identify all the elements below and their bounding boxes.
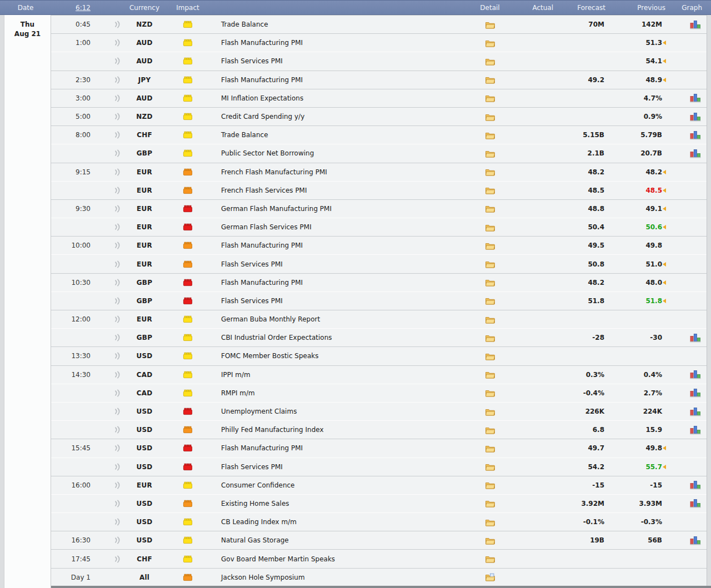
detail-cell[interactable] [478,315,502,324]
event-title[interactable]: Trade Balance [216,131,478,139]
speaker-icon[interactable] [113,260,121,268]
detail-cell[interactable] [478,21,502,29]
detail-folder-icon[interactable] [485,463,495,471]
event-title[interactable]: French Flash Manufacturing PMI [216,168,478,176]
detail-cell[interactable] [478,536,502,545]
detail-folder-icon[interactable] [485,334,495,342]
graph-cell[interactable] [668,407,707,416]
graph-icon[interactable] [690,93,701,103]
detail-cell[interactable] [478,463,502,471]
event-title[interactable]: Trade Balance [216,21,478,28]
speaker-icon[interactable] [113,297,121,305]
event-title[interactable]: Flash Manufacturing PMI [216,39,478,47]
speaker-icon[interactable] [113,168,121,176]
speaker-icon[interactable] [113,555,121,563]
detail-folder-icon[interactable] [485,149,495,158]
detail-folder-icon[interactable] [485,352,495,360]
graph-icon[interactable] [690,149,701,158]
detail-folder-icon[interactable] [485,223,495,232]
detail-cell[interactable] [478,278,502,287]
event-title[interactable]: Jackson Hole Symposium [216,574,478,581]
detail-folder-icon[interactable] [485,296,495,305]
event-title[interactable]: German Buba Monthly Report [216,315,478,323]
event-title[interactable]: CB Leading Index m/m [216,518,478,526]
speaker-icon[interactable] [113,352,121,360]
graph-cell[interactable] [668,93,707,103]
graph-icon[interactable] [690,480,701,490]
detail-cell[interactable] [478,499,502,507]
detail-cell[interactable] [478,481,502,489]
detail-folder-icon[interactable] [485,426,495,434]
speaker-icon[interactable] [113,371,121,379]
speaker-icon[interactable] [113,187,121,194]
speaker-icon[interactable] [113,389,121,397]
graph-icon[interactable] [690,536,701,545]
speaker-icon[interactable] [113,315,121,323]
graph-icon[interactable] [690,370,701,379]
speaker-icon[interactable] [113,426,121,434]
event-title[interactable]: German Flash Services PMI [216,223,478,231]
event-title[interactable]: Flash Manufacturing PMI [216,279,478,287]
event-title[interactable]: CBI Industrial Order Expectations [216,334,478,341]
detail-cell[interactable] [478,370,502,379]
detail-folder-icon[interactable] [485,113,495,121]
event-title[interactable]: IPPI m/m [216,371,478,379]
detail-cell[interactable] [478,426,502,434]
detail-folder-document-icon[interactable] [485,573,495,581]
event-title[interactable]: Flash Services PMI [216,463,478,471]
speaker-icon[interactable] [113,463,121,471]
detail-folder-icon[interactable] [485,499,495,507]
speaker-icon[interactable] [113,21,121,28]
detail-folder-icon[interactable] [485,21,495,29]
detail-cell[interactable] [478,186,502,194]
graph-cell[interactable] [668,425,707,435]
speaker-icon[interactable] [113,536,121,544]
event-title[interactable]: FOMC Member Bostic Speaks [216,352,478,360]
graph-icon[interactable] [690,20,701,29]
event-title[interactable]: Flash Services PMI [216,57,478,65]
detail-folder-icon[interactable] [485,131,495,139]
detail-folder-icon[interactable] [485,39,495,47]
graph-cell[interactable] [668,388,707,398]
detail-cell[interactable] [478,352,502,360]
speaker-icon[interactable] [113,205,121,213]
speaker-icon[interactable] [113,518,121,526]
event-title[interactable]: Consumer Confidence [216,481,478,489]
speaker-icon[interactable] [113,149,121,157]
graph-icon[interactable] [690,388,701,398]
event-title[interactable]: Credit Card Spending y/y [216,113,478,120]
graph-icon[interactable] [690,425,701,435]
event-title[interactable]: Existing Home Sales [216,500,478,507]
event-title[interactable]: Unemployment Claims [216,408,478,415]
detail-cell[interactable] [478,408,502,416]
speaker-icon[interactable] [113,39,121,47]
detail-cell[interactable] [478,168,502,176]
speaker-icon[interactable] [113,500,121,507]
speaker-icon[interactable] [113,242,121,249]
detail-cell[interactable] [478,334,502,342]
detail-folder-icon[interactable] [485,315,495,324]
detail-cell[interactable] [478,76,502,84]
current-time-link[interactable]: 6:12 [51,4,96,12]
detail-cell[interactable] [478,94,502,102]
speaker-icon[interactable] [113,444,121,452]
detail-folder-icon[interactable] [485,518,495,526]
detail-folder-icon[interactable] [485,481,495,489]
detail-cell[interactable] [478,149,502,158]
detail-folder-icon[interactable] [485,370,495,379]
detail-cell[interactable] [478,242,502,250]
detail-cell[interactable] [478,204,502,213]
detail-folder-icon[interactable] [485,57,495,66]
speaker-icon[interactable] [113,113,121,120]
graph-icon[interactable] [690,130,701,140]
detail-cell[interactable] [478,518,502,526]
graph-icon[interactable] [690,333,701,343]
detail-cell[interactable] [478,555,502,563]
event-title[interactable]: Flash Manufacturing PMI [216,242,478,249]
detail-folder-icon[interactable] [485,408,495,416]
detail-folder-icon[interactable] [485,536,495,545]
detail-folder-icon[interactable] [485,444,495,453]
detail-cell[interactable] [478,39,502,47]
graph-cell[interactable] [668,333,707,343]
graph-cell[interactable] [668,499,707,508]
